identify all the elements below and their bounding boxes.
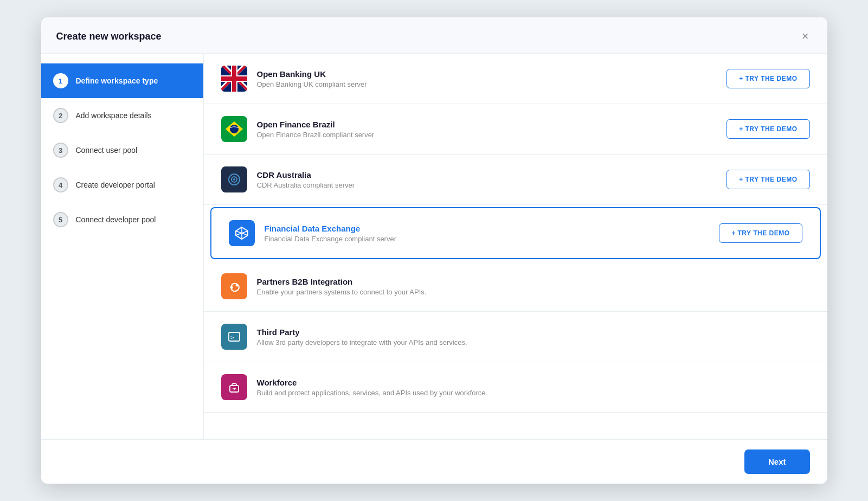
workforce-icon bbox=[221, 374, 247, 400]
workspace-info-open-banking-uk: Open Banking UK Open Banking UK complian… bbox=[257, 69, 717, 88]
thirdparty-icon: >_ bbox=[221, 324, 247, 350]
cdr-icon bbox=[221, 166, 247, 192]
sidebar-step-2[interactable]: 2 Add workspace details bbox=[41, 98, 203, 133]
step-number-1: 1 bbox=[53, 73, 68, 88]
workspace-item-open-finance-brazil[interactable]: Open Finance Brazil Open Finance Brazil … bbox=[204, 104, 827, 155]
uk-flag-icon bbox=[221, 66, 247, 92]
next-button[interactable]: Next bbox=[744, 449, 810, 474]
workspace-name-financial-data-exchange: Financial Data Exchange bbox=[265, 224, 710, 233]
svg-text:>_: >_ bbox=[230, 334, 238, 341]
workspace-name-workforce: Workforce bbox=[257, 378, 810, 387]
step-number-4: 4 bbox=[53, 177, 68, 192]
workspace-desc-workforce: Build and protect applications, services… bbox=[257, 389, 810, 397]
workspace-info-third-party: Third Party Allow 3rd party developers t… bbox=[257, 327, 810, 346]
workspace-desc-open-banking-uk: Open Banking UK compliant server bbox=[257, 80, 717, 88]
svg-point-19 bbox=[230, 286, 233, 289]
workspace-desc-financial-data-exchange: Financial Data Exchange compliant server bbox=[265, 235, 710, 243]
workspace-item-cdr-australia[interactable]: CDR Australia CDR Australia compliant se… bbox=[204, 155, 827, 205]
steps-sidebar: 1 Define workspace type 2 Add workspace … bbox=[41, 54, 204, 439]
modal-body: 1 Define workspace type 2 Add workspace … bbox=[41, 54, 827, 439]
sidebar-step-5[interactable]: 5 Connect developer pool bbox=[41, 202, 203, 237]
svg-point-14 bbox=[233, 178, 235, 181]
step-label-1: Define workspace type bbox=[76, 76, 158, 85]
try-demo-button-cdr-australia[interactable]: + TRY THE DEMO bbox=[726, 170, 809, 189]
workspace-item-third-party[interactable]: >_ Third Party Allow 3rd party developer… bbox=[204, 312, 827, 362]
step-number-2: 2 bbox=[53, 108, 68, 123]
workspace-desc-open-finance-brazil: Open Finance Brazil compliant server bbox=[257, 131, 717, 139]
workspace-item-partners-b2b[interactable]: Partners B2B Integration Enable your par… bbox=[204, 261, 827, 312]
step-label-5: Connect developer pool bbox=[76, 215, 156, 224]
step-label-3: Connect user pool bbox=[76, 146, 138, 155]
workspace-item-financial-data-exchange[interactable]: Financial Data Exchange Financial Data E… bbox=[210, 207, 821, 259]
workspace-desc-third-party: Allow 3rd party developers to integrate … bbox=[257, 338, 810, 346]
svg-point-11 bbox=[230, 125, 239, 133]
try-demo-button-open-banking-uk[interactable]: + TRY THE DEMO bbox=[726, 69, 809, 88]
workspace-desc-cdr-australia: CDR Australia compliant server bbox=[257, 181, 717, 189]
step-label-4: Create developer portal bbox=[76, 181, 155, 189]
close-button[interactable]: × bbox=[799, 29, 812, 43]
try-demo-button-financial-data-exchange[interactable]: + TRY THE DEMO bbox=[719, 223, 802, 243]
modal-header: Create new workspace × bbox=[41, 17, 827, 54]
workspace-name-cdr-australia: CDR Australia bbox=[257, 170, 717, 179]
create-workspace-modal: Create new workspace × 1 Define workspac… bbox=[41, 17, 827, 484]
workspace-info-open-finance-brazil: Open Finance Brazil Open Finance Brazil … bbox=[257, 120, 717, 139]
sidebar-step-3[interactable]: 3 Connect user pool bbox=[41, 133, 203, 168]
sidebar-step-4[interactable]: 4 Create developer portal bbox=[41, 168, 203, 202]
sidebar-step-1[interactable]: 1 Define workspace type bbox=[41, 63, 203, 98]
workspace-info-financial-data-exchange: Financial Data Exchange Financial Data E… bbox=[265, 224, 710, 243]
step-label-2: Add workspace details bbox=[76, 111, 152, 120]
modal-footer: Next bbox=[41, 439, 827, 484]
workspace-name-third-party: Third Party bbox=[257, 327, 810, 337]
workspace-info-partners-b2b: Partners B2B Integration Enable your par… bbox=[257, 277, 810, 296]
workspace-desc-partners-b2b: Enable your partners systems to connect … bbox=[257, 288, 810, 296]
try-demo-button-open-finance-brazil[interactable]: + TRY THE DEMO bbox=[726, 119, 809, 139]
svg-point-20 bbox=[235, 284, 238, 287]
content-area: Open Banking UK Open Banking UK complian… bbox=[204, 54, 827, 439]
svg-rect-8 bbox=[232, 66, 236, 92]
workspace-name-open-banking-uk: Open Banking UK bbox=[257, 69, 717, 79]
workspace-item-workforce[interactable]: Workforce Build and protect applications… bbox=[204, 362, 827, 413]
modal-title: Create new workspace bbox=[56, 31, 162, 42]
step-number-3: 3 bbox=[53, 143, 68, 158]
workspace-item-open-banking-uk[interactable]: Open Banking UK Open Banking UK complian… bbox=[204, 54, 827, 104]
workspace-name-partners-b2b: Partners B2B Integration bbox=[257, 277, 810, 286]
workspace-info-workforce: Workforce Build and protect applications… bbox=[257, 378, 810, 397]
step-number-5: 5 bbox=[53, 212, 68, 227]
brazil-flag-icon bbox=[221, 116, 247, 142]
workspace-type-list: Open Banking UK Open Banking UK complian… bbox=[204, 54, 827, 439]
workspace-info-cdr-australia: CDR Australia CDR Australia compliant se… bbox=[257, 170, 717, 189]
partners-icon bbox=[221, 273, 247, 299]
fde-icon bbox=[229, 220, 255, 246]
workspace-name-open-finance-brazil: Open Finance Brazil bbox=[257, 120, 717, 129]
